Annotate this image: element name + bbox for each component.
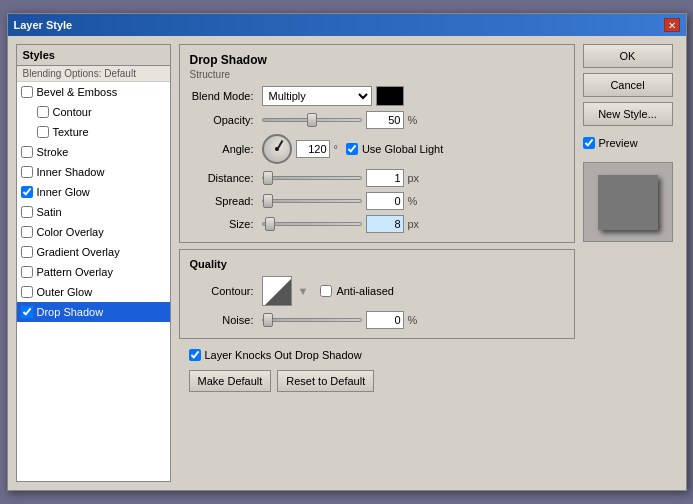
- pattern-overlay-checkbox[interactable]: [21, 266, 33, 278]
- satin-label: Satin: [37, 206, 62, 218]
- section-title: Drop Shadow: [190, 53, 267, 67]
- preview-inner: [598, 175, 658, 230]
- opacity-row: Opacity: %: [190, 111, 564, 129]
- sidebar-item-satin[interactable]: Satin: [17, 202, 170, 222]
- main-content: Drop Shadow Structure Blend Mode: Multip…: [179, 44, 575, 482]
- contour-label: Contour:: [190, 285, 258, 297]
- spread-label: Spread:: [190, 195, 258, 207]
- anti-aliased-label: Anti-aliased: [320, 285, 393, 297]
- title-bar: Layer Style ✕: [8, 14, 686, 36]
- quality-section: Quality Contour: ▼ Anti-aliased: [179, 249, 575, 339]
- layer-knocks-checkbox[interactable]: [189, 349, 201, 361]
- size-input[interactable]: [366, 215, 404, 233]
- contour-dropdown-arrow[interactable]: ▼: [298, 285, 309, 297]
- distance-slider[interactable]: [262, 176, 362, 180]
- texture-checkbox[interactable]: [37, 126, 49, 138]
- cancel-button[interactable]: Cancel: [583, 73, 673, 97]
- inner-glow-checkbox[interactable]: [21, 186, 33, 198]
- noise-row: Noise: %: [190, 311, 564, 329]
- new-style-button[interactable]: New Style...: [583, 102, 673, 126]
- gradient-overlay-label: Gradient Overlay: [37, 246, 120, 258]
- noise-label: Noise:: [190, 314, 258, 326]
- color-overlay-label: Color Overlay: [37, 226, 104, 238]
- preview-checkbox[interactable]: [583, 137, 595, 149]
- size-label: Size:: [190, 218, 258, 230]
- size-slider[interactable]: [262, 222, 362, 226]
- sidebar-item-contour[interactable]: Contour: [17, 102, 170, 122]
- angle-input[interactable]: [296, 140, 330, 158]
- bottom-section: Layer Knocks Out Drop Shadow Make Defaul…: [179, 345, 575, 400]
- ok-button[interactable]: OK: [583, 44, 673, 68]
- contour-thumbnail[interactable]: [262, 276, 292, 306]
- size-unit: px: [408, 218, 420, 230]
- blend-mode-select[interactable]: Multiply Normal Screen: [262, 86, 372, 106]
- structure-section: Drop Shadow Structure Blend Mode: Multip…: [179, 44, 575, 243]
- contour-row: Contour: ▼ Anti-aliased: [190, 276, 564, 306]
- preview-box: [583, 162, 673, 242]
- sidebar-item-texture[interactable]: Texture: [17, 122, 170, 142]
- inner-glow-label: Inner Glow: [37, 186, 90, 198]
- blend-mode-label: Blend Mode:: [190, 90, 258, 102]
- gradient-overlay-checkbox[interactable]: [21, 246, 33, 258]
- use-global-light-label: Use Global Light: [346, 143, 443, 155]
- distance-input[interactable]: [366, 169, 404, 187]
- pattern-overlay-label: Pattern Overlay: [37, 266, 113, 278]
- noise-input[interactable]: [366, 311, 404, 329]
- make-default-button[interactable]: Make Default: [189, 370, 272, 392]
- spread-slider[interactable]: [262, 199, 362, 203]
- blend-color-swatch[interactable]: [376, 86, 404, 106]
- angle-unit: °: [334, 143, 338, 155]
- angle-row: Angle: ° Use Global Light: [190, 134, 564, 164]
- preview-text: Preview: [599, 137, 638, 149]
- use-global-light-checkbox[interactable]: [346, 143, 358, 155]
- blending-options-label[interactable]: Blending Options: Default: [17, 66, 170, 82]
- color-overlay-checkbox[interactable]: [21, 226, 33, 238]
- reset-default-button[interactable]: Reset to Default: [277, 370, 374, 392]
- bevel-emboss-checkbox[interactable]: [21, 86, 33, 98]
- spread-input[interactable]: [366, 192, 404, 210]
- outer-glow-checkbox[interactable]: [21, 286, 33, 298]
- preview-label: Preview: [583, 137, 678, 149]
- bevel-emboss-label: Bevel & Emboss: [37, 86, 118, 98]
- opacity-slider[interactable]: [262, 118, 362, 122]
- sidebar-item-inner-shadow[interactable]: Inner Shadow: [17, 162, 170, 182]
- styles-panel: Styles Blending Options: Default Bevel &…: [16, 44, 171, 482]
- sidebar-item-stroke[interactable]: Stroke: [17, 142, 170, 162]
- inner-shadow-checkbox[interactable]: [21, 166, 33, 178]
- size-row: Size: px: [190, 215, 564, 233]
- texture-label: Texture: [53, 126, 89, 138]
- contour-checkbox[interactable]: [37, 106, 49, 118]
- angle-label: Angle:: [190, 143, 258, 155]
- sidebar-item-outer-glow[interactable]: Outer Glow: [17, 282, 170, 302]
- right-panel: OK Cancel New Style... Preview: [583, 44, 678, 482]
- sidebar-item-drop-shadow[interactable]: Drop Shadow: [17, 302, 170, 322]
- contour-label: Contour: [53, 106, 92, 118]
- opacity-input[interactable]: [366, 111, 404, 129]
- drop-shadow-checkbox[interactable]: [21, 306, 33, 318]
- satin-checkbox[interactable]: [21, 206, 33, 218]
- sidebar-item-color-overlay[interactable]: Color Overlay: [17, 222, 170, 242]
- close-button[interactable]: ✕: [664, 18, 680, 32]
- layer-knocks-text: Layer Knocks Out Drop Shadow: [205, 349, 362, 361]
- opacity-unit: %: [408, 114, 418, 126]
- angle-indicator: [276, 140, 283, 151]
- anti-aliased-checkbox[interactable]: [320, 285, 332, 297]
- inner-shadow-label: Inner Shadow: [37, 166, 105, 178]
- outer-glow-label: Outer Glow: [37, 286, 93, 298]
- structure-label: Structure: [190, 69, 267, 80]
- spread-row: Spread: %: [190, 192, 564, 210]
- svg-marker-0: [263, 277, 292, 306]
- distance-row: Distance: px: [190, 169, 564, 187]
- anti-aliased-text: Anti-aliased: [336, 285, 393, 297]
- distance-unit: px: [408, 172, 420, 184]
- drop-shadow-label: Drop Shadow: [37, 306, 104, 318]
- sidebar-item-pattern-overlay[interactable]: Pattern Overlay: [17, 262, 170, 282]
- stroke-checkbox[interactable]: [21, 146, 33, 158]
- noise-slider[interactable]: [262, 318, 362, 322]
- angle-control[interactable]: [262, 134, 292, 164]
- sidebar-item-inner-glow[interactable]: Inner Glow: [17, 182, 170, 202]
- sidebar-item-gradient-overlay[interactable]: Gradient Overlay: [17, 242, 170, 262]
- dialog-title: Layer Style: [14, 19, 73, 31]
- dialog-body: Styles Blending Options: Default Bevel &…: [8, 36, 686, 490]
- sidebar-item-bevel-emboss[interactable]: Bevel & Emboss: [17, 82, 170, 102]
